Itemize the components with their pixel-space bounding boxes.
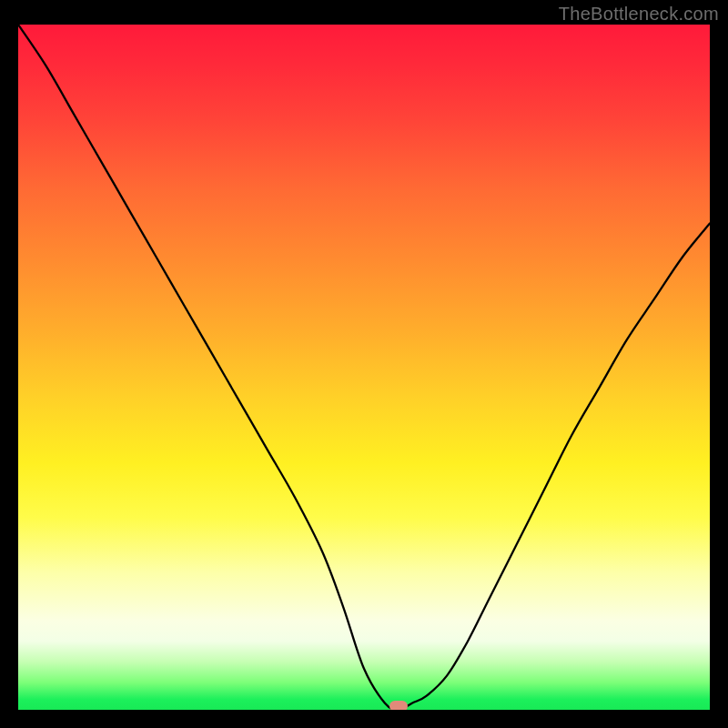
plot-area	[18, 25, 710, 710]
watermark-text: TheBottleneck.com	[559, 4, 719, 25]
chart-frame: TheBottleneck.com	[0, 0, 728, 728]
bottleneck-curve	[18, 25, 710, 710]
minimum-marker	[389, 701, 408, 710]
